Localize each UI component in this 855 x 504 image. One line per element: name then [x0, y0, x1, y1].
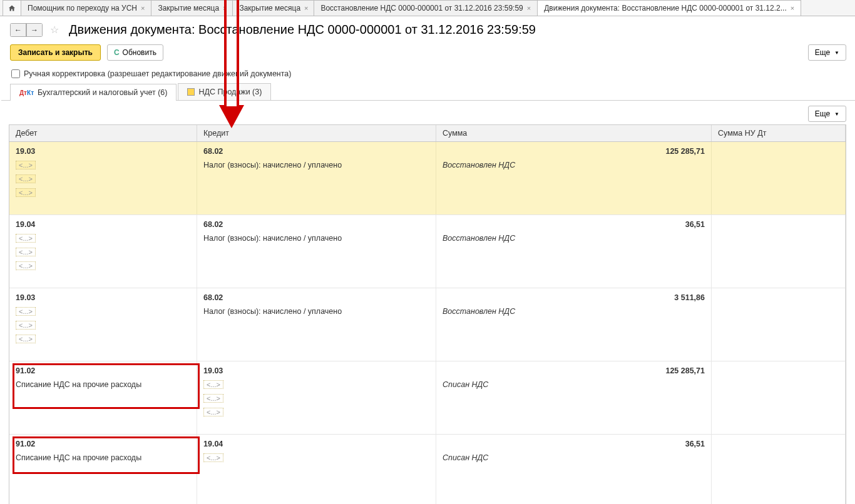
- credit-account: 19.03: [203, 366, 429, 375]
- subconto-value: Списание НДС на прочие расходы: [16, 380, 190, 389]
- table-row[interactable]: 19.03<...><...><...>68.02Налог (взносы):…: [9, 142, 846, 215]
- sum-value: 3 511,86: [443, 293, 705, 302]
- credit-account: 68.02: [203, 293, 429, 302]
- tab-vat-sales[interactable]: НДС Продажи (3): [178, 83, 271, 100]
- debit-account: 19.03: [16, 147, 190, 156]
- home-icon: [8, 4, 16, 12]
- grid-body: 19.03<...><...><...>68.02Налог (взносы):…: [9, 142, 846, 504]
- col-header-nu-dt[interactable]: Сумма НУ Дт: [712, 125, 846, 141]
- chevron-down-icon: ▼: [834, 111, 839, 117]
- subconto-empty: <...>: [16, 261, 190, 270]
- close-icon[interactable]: ×: [791, 4, 794, 12]
- nav-forward-button[interactable]: →: [26, 23, 43, 37]
- sum-note: Списан НДС: [443, 380, 705, 389]
- refresh-icon: С: [114, 48, 120, 57]
- window-tab-2[interactable]: Закрытие месяца×: [233, 0, 314, 16]
- col-header-credit[interactable]: Кредит: [197, 125, 436, 141]
- cell-debit: 19.03<...><...><...>: [9, 142, 197, 214]
- cell-credit: 68.02Налог (взносы): начислено / уплачен…: [197, 142, 436, 214]
- tab-label: Движения документа: Восстановление НДС 0…: [544, 4, 787, 13]
- tab-label: Закрытие месяца: [239, 4, 300, 13]
- cell-nu-dt: [712, 435, 846, 504]
- cell-debit: 91.02Списание НДС на прочие расходы: [9, 361, 197, 434]
- manual-edit-label: Ручная корректировка (разрешает редактир…: [24, 69, 291, 78]
- tab-accounting[interactable]: ДтКт Бухгалтерский и налоговый учет (6): [10, 84, 177, 101]
- accounting-grid: Дебет Кредит Сумма Сумма НУ Дт 19.03<...…: [9, 124, 846, 504]
- cell-sum: 125 285,71Восстановлен НДС: [436, 142, 712, 214]
- subconto-value: Налог (взносы): начислено / уплачено: [203, 234, 429, 243]
- window-tab-0[interactable]: Помощник по переходу на УСН×: [21, 0, 151, 16]
- cell-nu-dt: [712, 215, 846, 288]
- subconto-value: Налог (взносы): начислено / уплачено: [203, 161, 429, 169]
- more-button[interactable]: Еще ▼: [808, 44, 846, 61]
- close-icon[interactable]: ×: [141, 4, 145, 12]
- grid-header: Дебет Кредит Сумма Сумма НУ Дт: [9, 125, 846, 142]
- manual-edit-checkbox-row: Ручная корректировка (разрешает редактир…: [0, 67, 855, 83]
- window-tab-strip: Помощник по переходу на УСН× Закрытие ме…: [0, 0, 855, 16]
- window-tab-3[interactable]: Восстановление НДС 0000-000001 от 31.12.…: [314, 0, 538, 16]
- section-tabs: ДтКт Бухгалтерский и налоговый учет (6) …: [1, 83, 855, 101]
- window-tab-4[interactable]: Движения документа: Восстановление НДС 0…: [538, 0, 801, 16]
- subconto-empty: <...>: [16, 321, 190, 330]
- nav-back-button[interactable]: ←: [10, 23, 26, 37]
- subconto-empty: <...>: [203, 408, 429, 416]
- table-row[interactable]: 19.03<...><...><...>68.02Налог (взносы):…: [9, 288, 846, 361]
- debit-account: 91.02: [16, 366, 190, 375]
- subconto-empty: <...>: [203, 394, 429, 403]
- debit-account: 91.02: [16, 440, 190, 448]
- cell-sum: 125 285,71Списан НДС: [436, 361, 712, 434]
- close-icon[interactable]: ×: [304, 4, 308, 12]
- col-header-sum[interactable]: Сумма: [436, 125, 712, 141]
- document-icon: [187, 88, 195, 96]
- cell-debit: 91.02Списание НДС на прочие расходы: [9, 435, 197, 504]
- subconto-empty: <...>: [203, 380, 429, 389]
- subconto-value: Налог (взносы): начислено / уплачено: [203, 307, 429, 316]
- subconto-empty: <...>: [16, 335, 190, 343]
- subconto-empty: <...>: [16, 307, 190, 316]
- table-row[interactable]: 91.02Списание НДС на прочие расходы19.03…: [9, 361, 846, 435]
- close-icon[interactable]: ×: [223, 4, 227, 12]
- page-title: Движения документа: Восстановление НДС 0…: [69, 23, 536, 37]
- grid-more-button[interactable]: Еще ▼: [808, 106, 846, 122]
- subconto-empty: <...>: [16, 248, 190, 256]
- sum-value: 125 285,71: [443, 147, 705, 156]
- more-label: Еще: [815, 48, 830, 57]
- chevron-down-icon: ▼: [834, 50, 839, 56]
- debit-credit-icon: ДтКт: [19, 89, 34, 96]
- cell-credit: 19.04<...>: [197, 435, 436, 504]
- subconto-empty: <...>: [203, 453, 429, 462]
- debit-account: 19.04: [16, 220, 190, 229]
- manual-edit-checkbox[interactable]: [11, 69, 20, 78]
- table-row[interactable]: 19.04<...><...><...>68.02Налог (взносы):…: [9, 215, 846, 288]
- tab-label: Восстановление НДС 0000-000001 от 31.12.…: [320, 4, 523, 13]
- table-row[interactable]: 91.02Списание НДС на прочие расходы19.04…: [9, 435, 846, 504]
- debit-account: 19.03: [16, 293, 190, 302]
- subconto-empty: <...>: [16, 161, 190, 169]
- nav-buttons: ← →: [10, 23, 43, 37]
- col-header-debit[interactable]: Дебет: [9, 125, 197, 141]
- refresh-button[interactable]: С Обновить: [107, 44, 163, 61]
- sum-note: Восстановлен НДС: [443, 307, 705, 316]
- cell-sum: 36,51Списан НДС: [436, 435, 712, 504]
- cell-sum: 36,51Восстановлен НДС: [436, 215, 712, 288]
- refresh-label: Обновить: [123, 48, 156, 57]
- cell-credit: 68.02Налог (взносы): начислено / уплачен…: [197, 215, 436, 288]
- credit-account: 68.02: [203, 220, 429, 229]
- subconto-value: Списание НДС на прочие расходы: [16, 453, 190, 462]
- subconto-empty: <...>: [16, 188, 190, 197]
- favorite-star-icon[interactable]: ☆: [48, 24, 61, 36]
- save-and-close-button[interactable]: Записать и закрыть: [10, 44, 101, 61]
- sum-note: Восстановлен НДС: [443, 161, 705, 169]
- cell-credit: 19.03<...><...><...>: [197, 361, 436, 434]
- sum-value: 36,51: [443, 220, 705, 229]
- home-tab[interactable]: [3, 0, 21, 16]
- cell-debit: 19.03<...><...><...>: [9, 288, 197, 361]
- close-icon[interactable]: ×: [527, 4, 531, 12]
- cell-nu-dt: [712, 288, 846, 361]
- credit-account: 19.04: [203, 440, 429, 448]
- title-bar: ← → ☆ Движения документа: Восстановление…: [0, 16, 855, 42]
- credit-account: 68.02: [203, 147, 429, 156]
- sum-note: Списан НДС: [443, 453, 705, 462]
- cell-nu-dt: [712, 142, 846, 214]
- window-tab-1[interactable]: Закрытие месяца×: [151, 0, 233, 16]
